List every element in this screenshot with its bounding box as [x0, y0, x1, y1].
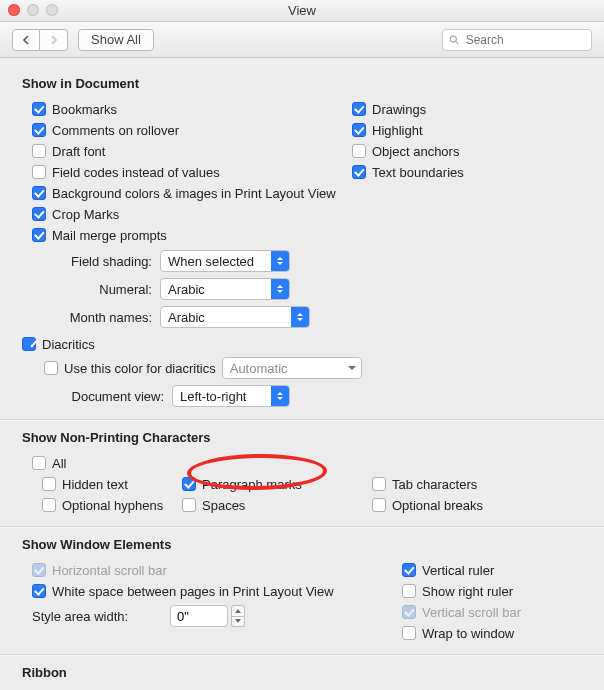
- label-drawings: Drawings: [372, 102, 426, 117]
- checkbox-use-color-diacritics[interactable]: [44, 361, 58, 375]
- label-all: All: [52, 456, 66, 471]
- chevron-down-icon: [343, 358, 361, 378]
- label-numeral: Numeral:: [22, 282, 160, 297]
- divider: [0, 526, 604, 527]
- style-area-input[interactable]: [170, 605, 228, 627]
- stepper-updown-icon[interactable]: [231, 605, 245, 627]
- checkbox-highlight[interactable]: [352, 123, 366, 137]
- checkbox-v-ruler[interactable]: [402, 563, 416, 577]
- label-text-boundaries: Text boundaries: [372, 165, 464, 180]
- checkbox-tab-characters[interactable]: [372, 477, 386, 491]
- style-area-stepper[interactable]: [170, 605, 245, 627]
- show-all-button[interactable]: Show All: [78, 29, 154, 51]
- label-field-shading: Field shading:: [22, 254, 160, 269]
- checkbox-bookmarks[interactable]: [32, 102, 46, 116]
- section-show-in-document: Show in Document Bookmarks Comments on r…: [22, 76, 582, 409]
- label-month-names: Month names:: [22, 310, 160, 325]
- label-use-color-diacritics: Use this color for diacritics: [64, 361, 216, 376]
- checkbox-all[interactable]: [32, 456, 46, 470]
- search-icon: [449, 34, 460, 46]
- select-value: Left-to-right: [180, 389, 246, 404]
- label-bg-colors: Background colors & images in Print Layo…: [52, 186, 336, 201]
- window-controls: [8, 4, 58, 16]
- divider: [0, 419, 604, 420]
- chevron-updown-icon: [271, 251, 289, 271]
- section-title: Ribbon: [22, 665, 582, 680]
- checkbox-draft-font[interactable]: [32, 144, 46, 158]
- label-spaces: Spaces: [202, 498, 245, 513]
- titlebar: View: [0, 0, 604, 22]
- section-title: Show Window Elements: [22, 537, 582, 552]
- checkbox-white-space[interactable]: [32, 584, 46, 598]
- section-ribbon: Ribbon Show developer tab Show group tit…: [22, 665, 582, 690]
- select-document-view[interactable]: Left-to-right: [172, 385, 290, 407]
- label-show-right-ruler: Show right ruler: [422, 584, 513, 599]
- label-draft-font: Draft font: [52, 144, 105, 159]
- checkbox-spaces[interactable]: [182, 498, 196, 512]
- checkbox-hidden-text[interactable]: [42, 477, 56, 491]
- label-optional-hyphens: Optional hyphens: [62, 498, 163, 513]
- window-title: View: [288, 3, 316, 18]
- svg-point-0: [450, 35, 456, 41]
- checkbox-drawings[interactable]: [352, 102, 366, 116]
- back-button[interactable]: [12, 29, 40, 51]
- select-value: When selected: [168, 254, 254, 269]
- checkbox-bg-colors[interactable]: [32, 186, 46, 200]
- section-nonprinting: Show Non-Printing Characters All Hidden …: [22, 430, 582, 516]
- label-highlight: Highlight: [372, 123, 423, 138]
- select-field-shading[interactable]: When selected: [160, 250, 290, 272]
- label-v-ruler: Vertical ruler: [422, 563, 494, 578]
- label-field-codes: Field codes instead of values: [52, 165, 220, 180]
- select-month-names[interactable]: Arabic: [160, 306, 310, 328]
- close-icon[interactable]: [8, 4, 20, 16]
- label-comments: Comments on rollover: [52, 123, 179, 138]
- divider: [0, 654, 604, 655]
- section-title: Show Non-Printing Characters: [22, 430, 582, 445]
- checkbox-optional-hyphens[interactable]: [42, 498, 56, 512]
- checkbox-paragraph-marks[interactable]: [182, 477, 196, 491]
- checkbox-wrap[interactable]: [402, 626, 416, 640]
- checkbox-object-anchors[interactable]: [352, 144, 366, 158]
- checkbox-comments[interactable]: [32, 123, 46, 137]
- label-white-space: White space between pages in Print Layou…: [52, 584, 334, 599]
- label-wrap: Wrap to window: [422, 626, 514, 641]
- minimize-icon: [27, 4, 39, 16]
- select-value: Automatic: [230, 361, 288, 376]
- toolbar: Show All: [0, 22, 604, 58]
- chevron-updown-icon: [291, 307, 309, 327]
- checkbox-show-right-ruler[interactable]: [402, 584, 416, 598]
- label-bookmarks: Bookmarks: [52, 102, 117, 117]
- svg-line-1: [456, 41, 459, 44]
- search-field[interactable]: [464, 32, 585, 48]
- label-tab-characters: Tab characters: [392, 477, 477, 492]
- label-hidden-text: Hidden text: [62, 477, 128, 492]
- section-window-elements: Show Window Elements Horizontal scroll b…: [22, 537, 582, 644]
- label-diacritics: Diacritics: [42, 337, 95, 352]
- checkbox-mail-merge[interactable]: [32, 228, 46, 242]
- checkbox-optional-breaks[interactable]: [372, 498, 386, 512]
- select-value: Arabic: [168, 282, 205, 297]
- label-v-scroll: Vertical scroll bar: [422, 605, 521, 620]
- checkbox-text-boundaries[interactable]: [352, 165, 366, 179]
- select-diacritics-color[interactable]: Automatic: [222, 357, 362, 379]
- select-numeral[interactable]: Arabic: [160, 278, 290, 300]
- forward-button[interactable]: [40, 29, 68, 51]
- chevron-updown-icon: [271, 386, 289, 406]
- checkbox-diacritics[interactable]: [22, 337, 36, 351]
- search-input[interactable]: [442, 29, 592, 51]
- zoom-icon: [46, 4, 58, 16]
- chevron-updown-icon: [271, 279, 289, 299]
- label-paragraph-marks: Paragraph marks: [202, 477, 302, 492]
- label-mail-merge: Mail merge prompts: [52, 228, 167, 243]
- label-document-view: Document view:: [22, 389, 172, 404]
- checkbox-field-codes[interactable]: [32, 165, 46, 179]
- checkbox-v-scroll: [402, 605, 416, 619]
- label-optional-breaks: Optional breaks: [392, 498, 483, 513]
- label-h-scroll: Horizontal scroll bar: [52, 563, 167, 578]
- label-object-anchors: Object anchors: [372, 144, 459, 159]
- checkbox-crop-marks[interactable]: [32, 207, 46, 221]
- section-title: Show in Document: [22, 76, 582, 91]
- nav-buttons: [12, 29, 68, 51]
- checkbox-h-scroll: [32, 563, 46, 577]
- label-crop-marks: Crop Marks: [52, 207, 119, 222]
